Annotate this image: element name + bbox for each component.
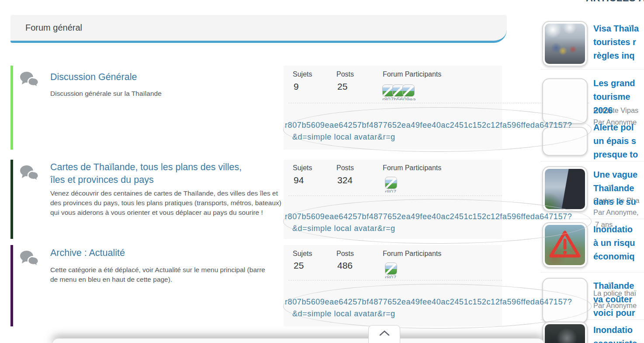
article-thumbnail-blank[interactable]: [542, 127, 588, 156]
broken-avatar-link-line2[interactable]: &d=simple local avatar&r=g: [292, 224, 395, 233]
stats-value-posts: 486: [337, 260, 353, 271]
article-link-visa-thailande[interactable]: Visa Thaïla touristes r règles inq: [593, 22, 639, 63]
stats-label-posts: Posts: [336, 164, 354, 172]
broken-avatar-alt-clip: r807b5609eae64257bf4877652ea49fee40ac245…: [382, 96, 415, 100]
category-accent-bar: [10, 245, 13, 326]
participant-avatars[interactable]: [385, 262, 395, 275]
tab-forum-general[interactable]: Forum général: [10, 15, 507, 43]
forum-description: Cette catégorie a été déplacé, voir Actu…: [50, 265, 273, 284]
forum-link-archive-actualite[interactable]: Archive : Actualité: [50, 247, 125, 259]
stats-value-posts: 324: [337, 175, 353, 186]
stats-label-participants: Forum Participants: [383, 70, 441, 78]
forum-description: Venez découvrir des centaines de cartes …: [50, 189, 283, 217]
stats-value-posts: 25: [337, 81, 347, 92]
broken-avatar-icon: [402, 84, 415, 97]
stats-label-posts: Posts: [336, 250, 354, 258]
category-accent-bar: [10, 160, 13, 239]
broken-avatar-link-line1[interactable]: r807b5609eae64257bf4877652ea49fee40ac245…: [285, 121, 572, 130]
broken-avatar-link-line2[interactable]: &d=simple local avatar&r=g: [292, 133, 395, 142]
article-link-vague-thailande[interactable]: Une vague Thaïlande dans le su: [593, 168, 637, 209]
tab-forum-general-label: Forum général: [10, 15, 507, 41]
participant-avatars[interactable]: [385, 177, 395, 189]
chat-bubbles-icon: [19, 164, 39, 183]
article-link-thailande-couter[interactable]: Thaïlande va coûter voici pour: [593, 279, 635, 320]
bottom-sheet-panel: [52, 338, 545, 343]
stats-divider: [288, 280, 502, 280]
article-thumbnail-misty-mountain[interactable]: [542, 166, 588, 212]
article-thumbnail-night[interactable]: [542, 322, 588, 343]
forum-description: Discussion générale sur la Thaïlande: [50, 89, 277, 98]
article-link-inondations-secouristes[interactable]: Inondatio secouriste: [593, 323, 637, 343]
stats-divider: [288, 196, 502, 196]
stats-label-participants: Forum Participants: [383, 164, 441, 172]
chat-bubbles-icon: [19, 250, 39, 268]
broken-avatar-link-line1[interactable]: r807b5609eae64257bf4877652ea49fee40ac245…: [285, 298, 572, 307]
article-link-alerte-pollution[interactable]: Alerte pol un épais s presque to: [593, 121, 638, 161]
chat-bubbles-icon: [19, 71, 39, 89]
scroll-to-top-button[interactable]: [368, 325, 400, 343]
sidebar-articles-header: ARTICLES À: [586, 0, 644, 4]
broken-avatar-icon: [385, 177, 397, 189]
sidebar-divider: [540, 272, 644, 273]
stats-value-sujets: 25: [294, 260, 304, 271]
stats-label-sujets: Sujets: [293, 250, 312, 258]
participant-avatars[interactable]: [382, 84, 412, 97]
stats-label-posts: Posts: [336, 70, 354, 78]
forum-link-discussion-generale[interactable]: Discussion Générale: [50, 71, 137, 84]
broken-avatar-icon: [385, 262, 397, 275]
stats-label-sujets: Sujets: [293, 70, 312, 78]
stats-label-sujets: Sujets: [293, 164, 312, 172]
article-link-tourisme-2026[interactable]: Les grand tourisme 2026: [593, 77, 635, 117]
forum-page: Forum général Discussion Générale Discus…: [0, 0, 644, 343]
stats-label-participants: Forum Participants: [383, 250, 441, 258]
warning-triangle-icon: [549, 230, 581, 260]
broken-avatar-link-line2[interactable]: &d=simple local avatar&r=g: [292, 309, 395, 318]
article-meta: Par Anonyme,: [593, 208, 639, 217]
sidebar-divider: [540, 69, 644, 70]
broken-avatar-alt-clip: r807b5609eae64257bf4877652ea49fee40ac245…: [385, 274, 396, 278]
broken-avatar-link-line1[interactable]: r807b5609eae64257bf4877652ea49fee40ac245…: [285, 212, 572, 221]
stats-value-sujets: 9: [294, 81, 299, 92]
article-thumbnail-blank[interactable]: [542, 78, 588, 124]
category-accent-bar: [10, 66, 13, 150]
broken-avatar-alt-clip: r807b5609eae64257bf4877652ea49fee40ac245…: [385, 189, 396, 192]
chevron-up-icon: [379, 329, 390, 338]
article-link-inondations-risque[interactable]: Inondatio à un risqu économiq: [593, 223, 635, 263]
article-thumbnail-airport[interactable]: [542, 21, 588, 66]
forum-link-cartes-thailande[interactable]: Cartes de Thaïlande, tous les plans des …: [50, 161, 258, 186]
stats-value-sujets: 94: [294, 175, 304, 186]
article-thumbnail-flood-warning[interactable]: [542, 222, 588, 268]
